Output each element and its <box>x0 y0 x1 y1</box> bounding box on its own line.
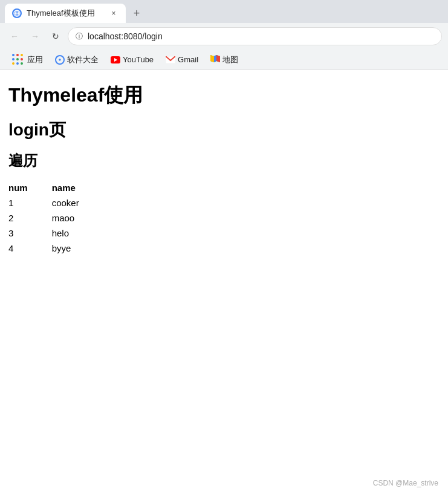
main-title: Thymeleaf使用 <box>8 82 440 109</box>
cell-num: 1 <box>8 195 52 210</box>
new-tab-button[interactable]: + <box>128 5 145 22</box>
section-title: login页 <box>8 119 440 141</box>
nav-bar: ← → ↻ ⓘ localhost:8080/login <box>0 23 448 50</box>
cell-name: maoo <box>52 210 103 226</box>
sub-title: 遍历 <box>8 151 440 171</box>
cell-num: 2 <box>8 210 52 226</box>
bookmark-gmail-label: Gmail <box>178 55 198 64</box>
bookmark-maps[interactable]: 地图 <box>206 53 243 67</box>
bookmark-apps[interactable]: 应用 <box>6 51 48 68</box>
tab-favicon <box>12 8 22 18</box>
tab-close-button[interactable]: × <box>109 8 118 18</box>
bookmarks-bar: 应用 ● 软件大全 YouTube Gmail <box>0 50 448 70</box>
bookmark-youtube[interactable]: YouTube <box>106 53 158 66</box>
cell-name: helo <box>52 226 103 241</box>
data-table: num name 1cooker2maoo3helo4byye <box>8 180 103 256</box>
table-row: 1cooker <box>8 195 103 210</box>
table-row: 4byye <box>8 241 103 256</box>
svg-marker-6 <box>214 55 216 62</box>
youtube-icon <box>111 56 120 63</box>
globe-icon: ● <box>55 55 65 65</box>
browser-chrome: Thymeleaf模板使用 × + ← → ↻ ⓘ localhost:8080… <box>0 0 448 70</box>
table-row: 2maoo <box>8 210 103 226</box>
address-bar[interactable]: ⓘ localhost:8080/login <box>68 27 442 45</box>
bookmark-gmail[interactable]: Gmail <box>161 53 203 66</box>
tab-bar: Thymeleaf模板使用 × + <box>0 0 448 23</box>
svg-marker-7 <box>210 55 214 62</box>
cell-num: 3 <box>8 226 52 241</box>
tab-title: Thymeleaf模板使用 <box>27 8 104 19</box>
back-button[interactable]: ← <box>6 28 23 45</box>
bookmark-apps-label: 应用 <box>27 54 43 65</box>
maps-icon <box>210 55 220 65</box>
table-row: 3helo <box>8 226 103 241</box>
cell-name: cooker <box>52 195 103 210</box>
gmail-icon <box>166 56 175 63</box>
watermark: CSDN @Mae_strive <box>373 479 438 487</box>
page-content: Thymeleaf使用 login页 遍历 num name 1cooker2m… <box>0 70 448 268</box>
bookmark-maps-label: 地图 <box>222 54 238 65</box>
forward-button[interactable]: → <box>27 28 44 45</box>
col-header-name: name <box>52 180 103 195</box>
cell-num: 4 <box>8 241 52 256</box>
lock-icon: ⓘ <box>76 31 83 42</box>
address-text: localhost:8080/login <box>88 31 163 41</box>
svg-marker-8 <box>216 55 220 62</box>
cell-name: byye <box>52 241 103 256</box>
reload-button[interactable]: ↻ <box>47 28 64 45</box>
bookmark-ruanjian[interactable]: ● 软件大全 <box>50 53 103 67</box>
col-header-num: num <box>8 180 52 195</box>
bookmark-ruanjian-label: 软件大全 <box>67 54 99 65</box>
bookmark-youtube-label: YouTube <box>123 55 154 64</box>
active-tab[interactable]: Thymeleaf模板使用 × <box>5 4 126 23</box>
apps-grid-icon <box>11 53 25 67</box>
